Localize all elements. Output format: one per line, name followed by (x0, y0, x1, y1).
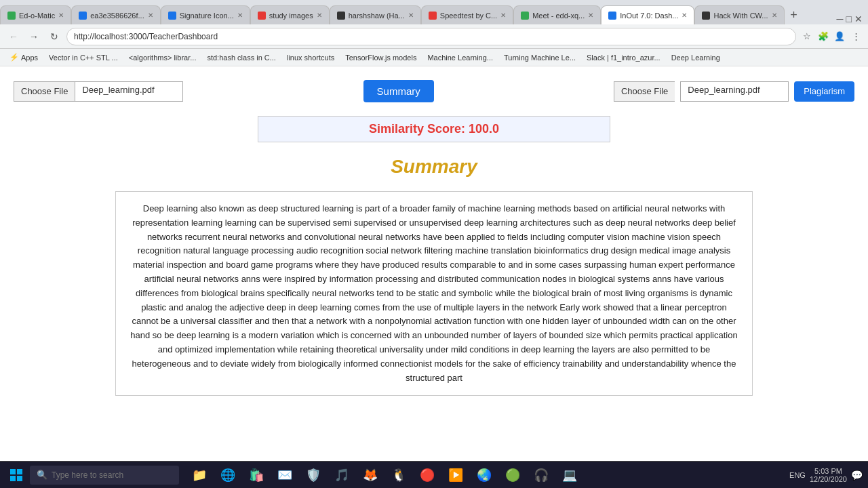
tab-speedtest[interactable]: Speedtest by C... ✕ (421, 5, 513, 24)
tab-favicon (168, 12, 176, 20)
svg-rect-0 (10, 469, 16, 474)
bookmark-label: Vector in C++ STL ... (49, 54, 118, 62)
bookmark-deep-learning[interactable]: Deep Learning (667, 52, 724, 63)
taskbar-app-spotify[interactable]: 🎧 (529, 463, 553, 487)
page-content: Choose File Deep_learning.pdf Summary Ch… (0, 66, 868, 461)
plagiarism-button[interactable]: Plagiarism (794, 81, 854, 102)
bookmark-label: <algorithms> librar... (129, 54, 197, 62)
start-button[interactable] (5, 464, 27, 486)
tab-close-icon[interactable]: ✕ (148, 12, 153, 19)
taskbar-app-firefox[interactable]: 🦊 (358, 463, 382, 487)
tab-label: InOut 7.0: Dash... (620, 12, 678, 20)
choose-file-right-button[interactable]: Choose File (614, 81, 675, 102)
maximize-button[interactable]: □ (846, 14, 852, 24)
left-file-input-group: Choose File Deep_learning.pdf (14, 81, 183, 102)
tab-signature[interactable]: Signature Icon... ✕ (161, 5, 250, 24)
bookmark-hash[interactable]: std:hash class in C... (203, 52, 280, 63)
taskbar-search-input[interactable] (52, 470, 160, 480)
time-display: 5:03 PM (810, 467, 847, 475)
tab-close-icon[interactable]: ✕ (682, 12, 687, 19)
bookmark-algorithms[interactable]: <algorithms> librar... (125, 52, 201, 63)
tab-close-icon[interactable]: ✕ (237, 12, 243, 19)
bookmarks-bar: ⚡ Apps Vector in C++ STL ... <algorithms… (0, 49, 868, 66)
taskbar-apps: 📁 🌐 🛍️ ✉️ 🛡️ 🎵 🦊 🐧 🔴 ▶️ 🌏 🟢 🎧 💻 (182, 463, 787, 487)
similarity-score: Similarity Score: 100.0 (258, 116, 610, 142)
tab-harshshaw[interactable]: harshshaw (Ha... ✕ (330, 5, 421, 24)
tab-close-icon[interactable]: ✕ (317, 12, 322, 19)
tab-hack[interactable]: Hack With CW... ✕ (694, 5, 784, 24)
tab-close-icon[interactable]: ✕ (408, 12, 414, 19)
taskbar-app-file-explorer[interactable]: 📁 (187, 463, 212, 487)
bookmark-tensorflow[interactable]: TensorFlow.js models (341, 52, 420, 63)
svg-rect-2 (10, 476, 16, 481)
tab-label: harshshaw (Ha... (349, 12, 405, 20)
tab-favicon (429, 12, 437, 20)
bookmark-turing[interactable]: Turning Machine Le... (500, 52, 580, 63)
refresh-button[interactable]: ↻ (46, 28, 62, 45)
tab-close-icon[interactable]: ✕ (58, 12, 64, 19)
taskbar-app-music[interactable]: 🎵 (330, 463, 354, 487)
svg-rect-1 (17, 469, 22, 474)
taskbar-app-red1[interactable]: 🔴 (415, 463, 439, 487)
left-file-name-display: Deep_learning.pdf (75, 81, 183, 102)
back-button[interactable]: ← (5, 28, 22, 45)
close-browser-button[interactable]: ✕ (854, 14, 863, 24)
extensions-icon[interactable]: 🧩 (816, 30, 830, 43)
tab-meet[interactable]: Meet - edd-xq... ✕ (513, 5, 601, 24)
bookmark-label: Apps (21, 54, 38, 62)
tab-close-icon[interactable]: ✕ (500, 12, 506, 19)
new-tab-button[interactable]: + (785, 5, 804, 24)
bookmark-ml[interactable]: Machine Learning... (423, 52, 497, 63)
star-icon[interactable]: ☆ (800, 30, 814, 43)
summary-text-box: Deep learning also known as deep structu… (115, 191, 753, 396)
bookmark-label: std:hash class in C... (207, 54, 276, 62)
bookmark-apps[interactable]: ⚡ Apps (5, 52, 42, 63)
taskbar-app-store[interactable]: 🛍️ (244, 463, 269, 487)
apps-icon: ⚡ (9, 53, 19, 62)
taskbar-app-mail[interactable]: ✉️ (273, 463, 297, 487)
tab-close-icon[interactable]: ✕ (588, 12, 593, 19)
tab-favicon (608, 12, 616, 20)
taskbar-app-vscode[interactable]: 💻 (557, 463, 582, 487)
taskbar-app-youtube[interactable]: ▶️ (443, 463, 468, 487)
bookmark-vector[interactable]: Vector in C++ STL ... (45, 52, 122, 63)
bookmark-label: Slack | f1_intro_azur... (587, 54, 660, 62)
bookmark-slack[interactable]: Slack | f1_intro_azur... (583, 52, 665, 63)
tab-label: Hack With CW... (713, 12, 768, 20)
choose-file-left-button[interactable]: Choose File (14, 81, 75, 102)
tab-bar: Ed-o-Matic ✕ ea3e3586626f... ✕ Signature… (0, 0, 868, 24)
forward-button[interactable]: → (26, 28, 42, 45)
taskbar-right: ENG 5:03 PM 12/20/2020 💬 (789, 467, 863, 483)
tab-favicon (337, 12, 345, 20)
notification-icon[interactable]: 💬 (851, 470, 863, 481)
profile-icon[interactable]: 👤 (833, 30, 846, 43)
address-bar[interactable]: http://localhost:3000/TeacherDashboard (66, 28, 796, 45)
tab-label: Speedtest by C... (440, 12, 497, 20)
tab-label: Meet - edd-xq... (532, 12, 585, 20)
tab-favicon (521, 12, 529, 20)
bookmark-label: linux shortcuts (287, 54, 334, 62)
taskbar-app-ubuntu[interactable]: 🐧 (387, 463, 411, 487)
bookmark-label: Turning Machine Le... (504, 54, 576, 62)
summary-button[interactable]: Summary (363, 80, 434, 102)
date-display: 12/20/2020 (810, 475, 847, 483)
menu-icon[interactable]: ⋮ (849, 30, 863, 43)
bookmark-label: Machine Learning... (427, 54, 493, 62)
tab-ed-o-matic[interactable]: Ed-o-Matic ✕ (0, 5, 71, 24)
taskbar-app-green[interactable]: 🟢 (500, 463, 525, 487)
taskbar: 🔍 📁 🌐 🛍️ ✉️ 🛡️ 🎵 🦊 🐧 🔴 ▶️ 🌏 🟢 🎧 💻 ENG 5:… (0, 461, 868, 488)
tab-favicon (258, 12, 266, 20)
summary-section-title: Summary (14, 156, 854, 178)
tab-ea3e[interactable]: ea3e3586626f... ✕ (71, 5, 161, 24)
tab-inout[interactable]: InOut 7.0: Dash... ✕ (601, 5, 694, 24)
taskbar-app-security[interactable]: 🛡️ (301, 463, 326, 487)
taskbar-app-browser2[interactable]: 🌏 (472, 463, 496, 487)
taskbar-app-edge[interactable]: 🌐 (216, 463, 240, 487)
bookmark-linux[interactable]: linux shortcuts (283, 52, 338, 63)
tab-study-images[interactable]: study images ✕ (250, 5, 330, 24)
right-file-input-group: Choose File Deep_learning.pdf Plagiarism (614, 81, 854, 102)
url-text: http://localhost:3000/TeacherDashboard (74, 32, 218, 41)
tab-close-icon[interactable]: ✕ (772, 12, 777, 19)
taskbar-search[interactable]: 🔍 (30, 466, 179, 485)
minimize-button[interactable]: ─ (837, 14, 844, 24)
